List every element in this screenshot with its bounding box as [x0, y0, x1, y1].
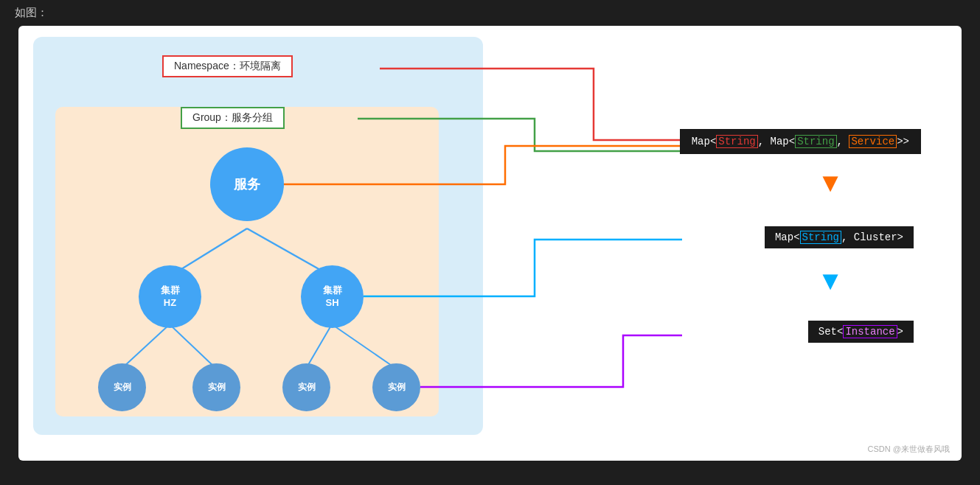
instance-circle-1: 实例 — [98, 363, 146, 411]
instance-circle-4: 实例 — [372, 363, 420, 411]
instance-label-3: 实例 — [298, 381, 316, 394]
instance-label-1: 实例 — [114, 381, 131, 394]
code-box-set-instance: Set<Instance> — [808, 321, 914, 343]
service-label: 服务 — [234, 175, 260, 193]
orange-down-arrow: ▼ — [817, 170, 844, 196]
service-circle: 服务 — [210, 147, 284, 221]
cluster-hz-label: 集群HZ — [161, 285, 180, 310]
namespace-label: Namespace：环境隔离 — [174, 60, 281, 71]
code-map-cluster-text: Map<String, Cluster> — [775, 231, 903, 244]
instance-label-2: 实例 — [208, 381, 226, 394]
group-box: Group：服务分组 — [181, 107, 285, 129]
arrow-cyan-icon: ▼ — [817, 265, 844, 296]
namespace-box: Namespace：环境隔离 — [162, 55, 293, 77]
code-box-map-service: Map<String, Map<String, Service>> — [680, 129, 921, 154]
header-label: 如图： — [15, 6, 48, 18]
instance-circle-3: 实例 — [282, 363, 330, 411]
watermark-text: CSDN @来世做春风哦 — [868, 444, 950, 453]
cluster-hz-circle: 集群HZ — [139, 265, 201, 328]
code-box-map-cluster: Map<String, Cluster> — [765, 226, 914, 248]
cluster-sh-circle: 集群SH — [301, 265, 364, 328]
diagram-container: Namespace：环境隔离 Group：服务分组 服务 集群HZ 集群SH 实… — [18, 26, 962, 461]
cyan-down-arrow: ▼ — [817, 268, 844, 294]
page-header: 如图： — [0, 0, 980, 26]
watermark: CSDN @来世做春风哦 — [868, 444, 950, 455]
instance-label-4: 实例 — [388, 381, 406, 394]
arrow-orange-icon: ▼ — [817, 167, 844, 198]
cluster-sh-label: 集群SH — [323, 285, 342, 310]
group-label: Group：服务分组 — [192, 111, 273, 123]
instance-circle-2: 实例 — [192, 363, 240, 411]
code-map-service-text: Map<String, Map<String, Service>> — [692, 135, 909, 148]
code-set-instance-text: Set<Instance> — [819, 325, 903, 338]
